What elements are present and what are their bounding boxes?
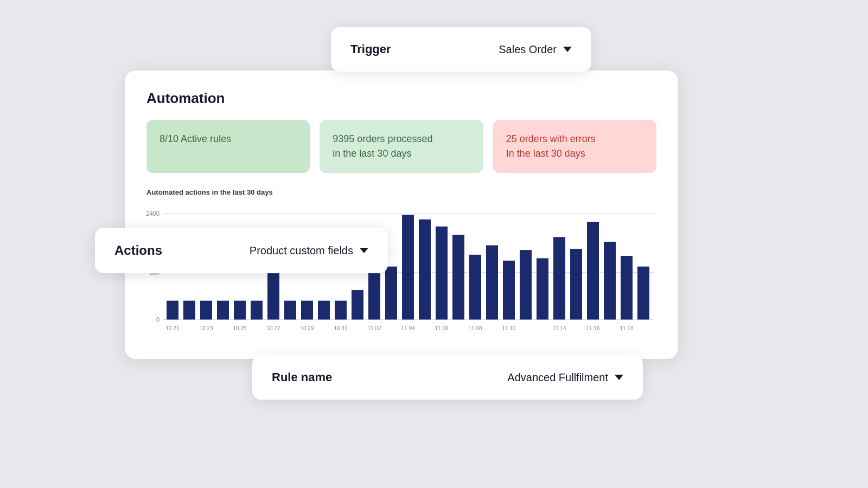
x-label-1118: 11 18 [620,325,633,331]
bar-14 [385,267,397,320]
bar-28 [621,256,633,319]
bar-11 [335,301,347,320]
stats-row: 8/10 Active rules 9395 orders processedi… [146,120,656,173]
trigger-value-text: Sales Order [499,43,557,56]
x-label-1025: 10 25 [233,325,246,331]
bar-4 [217,301,229,320]
rule-value-group[interactable]: Advanced Fullfilment [507,371,623,384]
automation-card: Automation 8/10 Active rules 9395 orders… [125,70,678,359]
bar-15-tallest [402,215,414,319]
bar-24 [553,237,565,319]
x-label-1110: 11 10 [502,325,515,331]
bar-10 [318,301,330,320]
automation-title: Automation [146,90,656,107]
bar-19 [469,255,481,320]
bar-27 [604,242,616,319]
x-label-1104: 11 04 [401,325,414,331]
bar-9 [301,301,313,320]
bar-25 [570,249,582,319]
bar-3 [200,301,212,320]
trigger-label: Trigger [350,42,391,56]
bar-16 [419,220,431,320]
y-label-2400: 2400 [146,210,159,217]
bar-18 [452,235,464,320]
rule-chevron-icon [615,375,623,380]
x-label-1027: 10 27 [266,325,280,331]
trigger-chevron-icon [563,47,572,52]
bar-23 [537,258,548,319]
orders-processed-stat: 9395 orders processedin the last 30 days [320,120,483,173]
trigger-value-group[interactable]: Sales Order [499,43,572,56]
rule-label: Rule name [272,370,332,384]
bar-20 [486,245,498,319]
x-label-1114: 11 14 [552,325,566,331]
active-rules-stat: 8/10 Active rules [146,120,310,173]
x-label-1029: 10 29 [300,325,314,331]
rule-card: Rule name Advanced Fullfilment [252,355,643,400]
actions-value-text: Product custom fields [250,245,353,257]
actions-card: Actions Product custom fields [95,228,388,273]
actions-chevron-icon [360,248,368,253]
bar-26-tall [587,222,599,319]
bar-1 [167,301,178,320]
actions-label: Actions [114,243,162,258]
rule-value-text: Advanced Fullfilment [507,371,608,384]
y-label-0: 0 [156,316,159,323]
bar-8 [284,301,296,320]
x-label-1031: 10 31 [334,325,347,331]
actions-value-group[interactable]: Product custom fields [250,245,368,257]
bar-12 [352,290,363,319]
x-label-1108: 11 08 [468,325,482,331]
bar-6 [251,301,263,320]
orders-processed-text: 9395 orders processedin the last 30 days [333,132,470,161]
x-label-1116: 11 16 [586,325,599,331]
x-label-1106: 11 06 [435,325,448,331]
trigger-card: Trigger Sales Order [331,27,591,72]
bar-21 [503,261,515,320]
x-label-1102: 11 02 [367,325,381,331]
bar-17 [436,227,448,320]
orders-errors-stat: 25 orders with errorsIn the last 30 days [493,120,656,173]
bar-5 [234,301,246,320]
bar-2 [183,301,195,320]
x-label-1021: 10 21 [165,325,179,331]
active-rules-text: 8/10 Active rules [159,132,297,146]
bar-29 [637,267,649,320]
chart-label: Automated actions in the last 30 days [146,188,656,196]
x-label-1023: 10 23 [199,325,213,331]
orders-errors-text: 25 orders with errorsIn the last 30 days [506,132,643,161]
bar-22 [520,250,532,319]
